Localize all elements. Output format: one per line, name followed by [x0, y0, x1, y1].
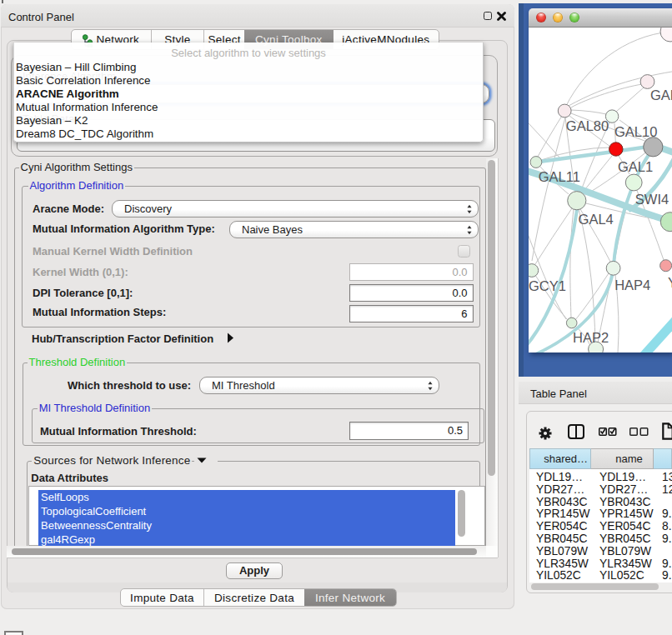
svg-text:GAL11: GAL11 — [539, 169, 580, 184]
svg-text:GAL10: GAL10 — [614, 124, 657, 139]
svg-text:HAP4: HAP4 — [614, 278, 650, 292]
svg-text:GAL4: GAL4 — [579, 212, 614, 227]
svg-text:Y: Y — [668, 275, 672, 290]
svg-text:GAL1: GAL1 — [618, 159, 653, 174]
svg-text:GAL80: GAL80 — [566, 118, 609, 133]
svg-text:SWI4: SWI4 — [635, 192, 669, 207]
svg-text:GCY1: GCY1 — [529, 278, 566, 293]
svg-text:HAP2: HAP2 — [573, 330, 609, 345]
svg-text:GAL: GAL — [650, 88, 672, 102]
